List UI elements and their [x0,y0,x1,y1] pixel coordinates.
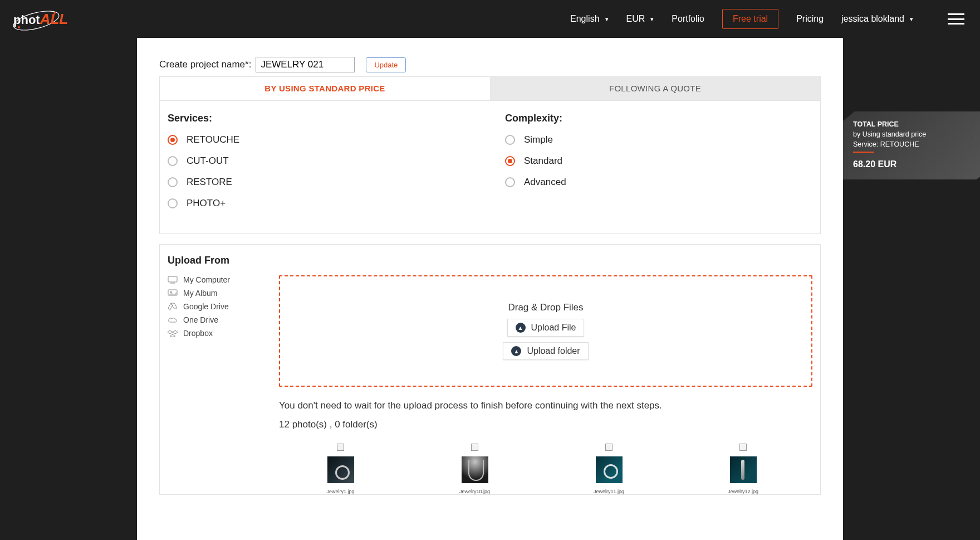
project-name-label: Create project name*: [159,59,251,70]
complexity-heading: Complexity: [505,113,809,124]
nav-user[interactable]: jessica blokland [841,14,913,24]
logo-text-phot: phot [13,13,40,27]
upload-file-button[interactable]: ▲ Upload File [507,319,585,337]
dropzone[interactable]: Drag & Drop Files ▲ Upload File ▲ Upload… [279,275,812,387]
thumb-filename: Jewelry11.jpg [594,489,624,494]
nav-free-trial[interactable]: Free trial [722,9,778,29]
upload-arrow-icon: ▲ [516,323,526,333]
project-name-row: Create project name*: Update [137,57,843,72]
radio-icon [505,135,515,145]
thumb-checkbox[interactable] [605,444,612,451]
complexity-simple[interactable]: Simple [505,134,809,145]
upload-folder-button[interactable]: ▲ Upload folder [503,342,588,360]
thumb-image[interactable] [730,456,757,483]
project-name-input[interactable] [256,57,355,72]
thumb-item: Jewelry12.jpg [682,444,805,494]
source-one-drive[interactable]: One Drive [168,315,262,324]
thumb-item: Jewelry11.jpg [547,444,670,494]
thumb-image[interactable] [462,456,488,483]
service-retouche[interactable]: RETOUCHE [168,134,472,145]
nav-currency[interactable]: EUR [626,14,654,24]
nav-portfolio[interactable]: Portfolio [672,14,704,24]
service-restore[interactable]: RESTORE [168,177,472,188]
update-button[interactable]: Update [366,57,406,72]
price-total: 68.20 EUR [853,159,978,169]
source-my-computer[interactable]: My Computer [168,275,262,284]
logo-text-all: ALL [40,11,68,27]
service-photo-plus[interactable]: PHOTO+ [168,198,472,209]
upload-note: You don't need to wait for the upload pr… [279,400,812,411]
thumb-checkbox[interactable] [471,444,478,451]
upload-heading: Upload From [168,255,812,266]
radio-icon [168,177,178,187]
service-cut-out[interactable]: CUT-OUT [168,155,472,167]
thumb-item: Jewelry10.jpg [413,444,536,494]
tabs: BY USING STANDARD PRICE FOLLOWING A QUOT… [159,76,821,101]
radio-icon [168,198,178,208]
thumb-item: Jewelry1.jpg [279,444,402,494]
upload-sources: My Computer My Album Google Drive [168,275,262,387]
nav-pricing[interactable]: Pricing [796,14,824,24]
services-heading: Services: [168,113,472,124]
price-widget: TOTAL PRICE by Using standard price Serv… [843,111,980,179]
thumb-filename: Jewelry12.jpg [728,489,758,494]
price-subtitle: by Using standard price [853,130,978,138]
price-title: TOTAL PRICE [853,120,978,128]
nav: English EUR Portfolio Free trial Pricing… [570,9,964,29]
complexity-col: Complexity: Simple Standard Advanced [505,113,809,219]
google-drive-icon [168,303,178,310]
thumb-image[interactable] [596,456,623,483]
complexity-standard[interactable]: Standard [505,155,809,167]
services-col: Services: RETOUCHE CUT-OUT RESTORE PHOTO… [168,113,472,219]
dropzone-title: Drag & Drop Files [508,302,583,313]
radio-icon [505,177,515,187]
tab-standard-price[interactable]: BY USING STANDARD PRICE [160,77,490,100]
upload-arrow-icon: ▲ [511,346,521,356]
header: photALL English EUR Portfolio Free trial… [0,0,980,38]
one-drive-icon [168,316,178,324]
source-my-album[interactable]: My Album [168,289,262,298]
computer-icon [168,276,178,284]
source-dropbox[interactable]: Dropbox [168,329,262,338]
svg-rect-3 [168,276,177,282]
thumb-filename: Jewelry1.jpg [326,489,354,494]
thumb-checkbox[interactable] [337,444,344,451]
thumb-image[interactable] [327,456,354,483]
source-google-drive[interactable]: Google Drive [168,302,262,311]
radio-icon [505,156,515,166]
radio-icon [168,135,178,145]
complexity-advanced[interactable]: Advanced [505,177,809,188]
album-icon [168,289,178,297]
tab-following-quote[interactable]: FOLLOWING A QUOTE [490,77,820,100]
upload-count: 12 photo(s) , 0 folder(s) [279,419,812,430]
page: Create project name*: Update BY USING ST… [137,38,843,540]
thumb-checkbox[interactable] [739,444,747,451]
dropbox-icon [168,329,178,337]
hamburger-icon[interactable] [948,13,964,25]
thumb-filename: Jewelry10.jpg [459,489,490,494]
upload-panel: Upload From My Computer My Album [159,244,821,495]
nav-language[interactable]: English [570,14,608,24]
price-service: Service: RETOUCHE [853,140,978,148]
logo[interactable]: photALL [11,5,61,33]
price-underline [853,152,874,153]
radio-icon [168,156,178,166]
service-complexity-panel: Services: RETOUCHE CUT-OUT RESTORE PHOTO… [159,100,821,234]
thumbs-row: Jewelry1.jpg Jewelry10.jpg Jewelry11.jpg… [168,444,812,494]
